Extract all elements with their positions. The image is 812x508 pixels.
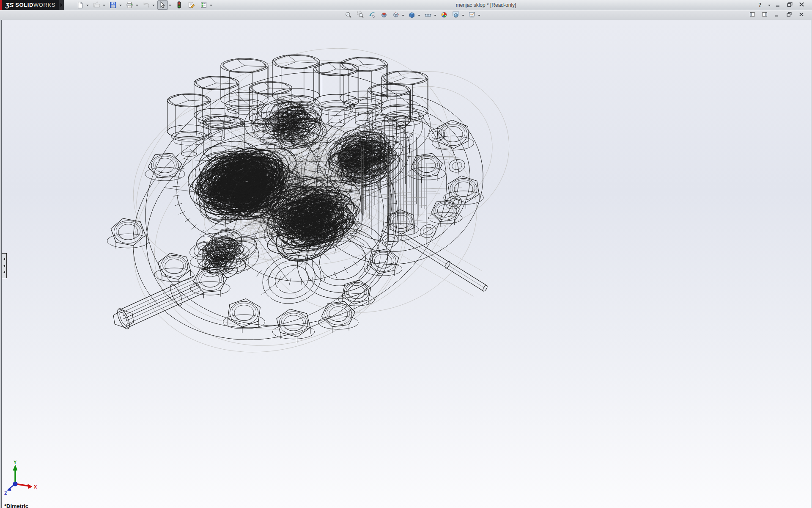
collapse-arrow-icon [3, 258, 5, 260]
collapse-arrow-icon [3, 265, 5, 267]
view-orientation-label: *Dimetric [4, 503, 28, 508]
rebuild-traffic-light-icon [176, 1, 183, 8]
appearance-sphere-icon [441, 11, 448, 19]
view-settings-icon [469, 11, 476, 19]
display-style-button-dropdown[interactable] [417, 11, 421, 19]
solidworks-brand-text: SOLIDWORKS [15, 2, 55, 8]
options-button[interactable] [198, 0, 209, 10]
close-icon [798, 1, 806, 8]
help-icon: ? [759, 1, 766, 8]
new-document-button-dropdown[interactable] [85, 1, 90, 9]
restore-button[interactable] [785, 1, 795, 9]
doc-close-button[interactable] [797, 11, 807, 19]
hide-show-items-button[interactable] [423, 11, 433, 19]
select-button-dropdown[interactable] [168, 1, 172, 9]
heads-up-view-toolbar [343, 10, 483, 20]
print-icon [126, 1, 133, 8]
save-icon [110, 1, 117, 8]
minimize-icon [774, 11, 781, 19]
open-button [91, 0, 102, 10]
svg-text:Z: Z [4, 491, 7, 496]
undo-icon [143, 1, 150, 8]
close-icon [798, 11, 806, 19]
print-button-dropdown[interactable] [135, 1, 139, 9]
view-orientation-icon [392, 11, 400, 19]
graphics-area[interactable]: YXZ *Dimetric [0, 20, 812, 508]
restore-icon [787, 1, 794, 8]
main-toolbar [75, 0, 215, 10]
logo-red-stripe [0, 0, 2, 10]
pane-right-icon [762, 11, 769, 19]
section-view-button[interactable] [379, 11, 389, 19]
options-button-dropdown[interactable] [209, 1, 213, 9]
edit-appearance-button[interactable] [439, 11, 449, 19]
previous-view-icon [369, 11, 376, 19]
document-window-controls [748, 10, 809, 20]
previous-view-button[interactable] [367, 11, 377, 19]
display-style-button[interactable] [407, 11, 417, 19]
undo-button [141, 0, 151, 10]
doc-minimize-button[interactable] [773, 11, 782, 19]
view-settings-button-dropdown[interactable] [477, 11, 481, 19]
collapse-arrow-icon [3, 271, 5, 273]
section-view-icon [381, 11, 388, 19]
view-settings-button[interactable] [467, 11, 477, 19]
svg-text:X: X [34, 484, 37, 489]
help-button[interactable]: ? [757, 1, 767, 9]
print-button[interactable] [124, 0, 135, 10]
window-controls: ? [757, 1, 809, 9]
view-orientation-button[interactable] [391, 11, 401, 19]
help-button-dropdown[interactable] [767, 1, 771, 9]
view-orientation-button-dropdown[interactable] [401, 11, 405, 19]
new-document-icon [77, 1, 84, 8]
wireframe-model-gearbox-assembly[interactable]: YXZ [0, 20, 812, 508]
solidworks-logo: ƷS SOLIDWORKS [0, 0, 64, 10]
zoom-to-area-icon [357, 11, 364, 19]
zoom-to-fit-button[interactable] [343, 11, 354, 19]
minimize-icon [775, 1, 782, 8]
hide-show-items-button-dropdown[interactable] [433, 11, 437, 19]
display-style-icon [409, 11, 416, 19]
doc-restore-button[interactable] [785, 11, 795, 19]
restore-icon [786, 11, 793, 19]
show-right-pane-button[interactable] [760, 11, 770, 19]
file-properties-button[interactable] [186, 0, 197, 10]
new-document-button[interactable] [75, 0, 85, 10]
scene-sphere-icon [453, 11, 460, 19]
zoom-to-fit-icon [345, 11, 352, 19]
show-left-pane-button[interactable] [748, 11, 758, 19]
menu-expander-arrow-icon[interactable] [59, 0, 64, 10]
undo-button-dropdown[interactable] [151, 1, 156, 9]
rebuild-button[interactable] [174, 0, 184, 10]
title-bar: ƷS SOLIDWORKS menjac sklop * [Read-only]… [0, 0, 812, 10]
solidworks-logo-mark: ƷS [5, 1, 14, 8]
menu-bar [0, 10, 812, 20]
options-list-icon [200, 1, 207, 8]
minimize-button[interactable] [773, 1, 783, 9]
open-folder-icon [93, 1, 100, 8]
select-button[interactable] [157, 0, 168, 10]
select-cursor-icon [159, 1, 166, 8]
close-button[interactable] [797, 1, 807, 9]
svg-text:Y: Y [14, 460, 17, 465]
file-properties-icon [188, 1, 195, 8]
window-title: menjac sklop * [Read-only] [215, 2, 757, 8]
pane-left-icon [749, 11, 757, 19]
zoom-to-area-button[interactable] [355, 11, 365, 19]
save-button-dropdown[interactable] [118, 1, 123, 9]
save-button[interactable] [108, 0, 118, 10]
apply-scene-button-dropdown[interactable] [461, 11, 465, 19]
feature-manager-collapsed-tab[interactable] [2, 253, 7, 278]
open-button-dropdown[interactable] [102, 1, 106, 9]
apply-scene-button[interactable] [451, 11, 461, 19]
eyeglasses-icon [425, 11, 432, 19]
